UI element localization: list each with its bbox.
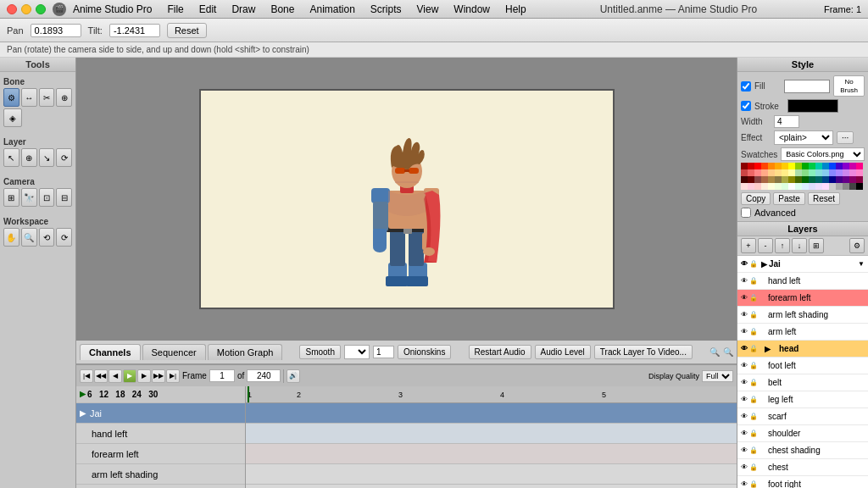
- color-cell[interactable]: [822, 163, 829, 169]
- smooth-select[interactable]: ▼: [344, 345, 370, 359]
- color-cell[interactable]: [849, 183, 856, 190]
- color-cell[interactable]: [748, 183, 754, 190]
- color-cell[interactable]: [788, 176, 795, 183]
- color-cell[interactable]: [782, 163, 788, 169]
- track-hand-left[interactable]: hand left: [76, 424, 245, 444]
- color-cell[interactable]: [741, 169, 748, 176]
- fill-checkbox[interactable]: [741, 81, 751, 92]
- stroke-color-swatch[interactable]: [787, 99, 838, 113]
- smooth-button[interactable]: Smooth: [299, 345, 340, 359]
- color-cell[interactable]: [795, 163, 802, 169]
- color-cell[interactable]: [788, 163, 795, 169]
- menu-view[interactable]: View: [410, 2, 446, 17]
- no-brush-button[interactable]: No Brush: [833, 75, 865, 97]
- fill-color-swatch[interactable]: [784, 80, 830, 93]
- menu-help[interactable]: Help: [498, 2, 533, 17]
- color-cell[interactable]: [843, 163, 849, 169]
- nav-play[interactable]: ▶: [123, 369, 136, 383]
- workspace-tool-1[interactable]: ✋: [3, 228, 19, 247]
- paste-button[interactable]: Paste: [773, 192, 805, 205]
- color-cell[interactable]: [741, 163, 748, 169]
- audio-level-button[interactable]: Audio Level: [535, 345, 591, 359]
- color-cell[interactable]: [815, 183, 822, 190]
- current-frame-input[interactable]: [209, 369, 235, 382]
- track-layer-button[interactable]: Track Layer To Video...: [594, 345, 693, 359]
- color-cell[interactable]: [809, 163, 815, 169]
- track-jai[interactable]: ▶ Jai: [76, 403, 245, 424]
- color-cell[interactable]: [836, 176, 843, 183]
- color-cell[interactable]: [809, 169, 815, 176]
- onionskins-button[interactable]: Onionskins: [398, 345, 451, 359]
- color-cell[interactable]: [829, 183, 836, 190]
- maximize-button[interactable]: [36, 4, 46, 14]
- tab-sequencer[interactable]: Sequencer: [142, 344, 206, 360]
- color-cell[interactable]: [802, 176, 809, 183]
- color-cell[interactable]: [795, 169, 802, 176]
- color-cell[interactable]: [775, 176, 782, 183]
- nav-to-end[interactable]: ▶|: [166, 369, 180, 383]
- layer-settings-button[interactable]: ⚙: [849, 238, 865, 253]
- color-cell[interactable]: [782, 169, 788, 176]
- frame-step-input[interactable]: [373, 346, 394, 358]
- layer-tool-4[interactable]: ⟳: [56, 148, 72, 167]
- layer-head-expand[interactable]: ▶: [765, 345, 771, 353]
- canvas-container[interactable]: [76, 58, 737, 341]
- color-cell[interactable]: [829, 176, 836, 183]
- menu-scripts[interactable]: Scripts: [364, 2, 409, 17]
- effect-select[interactable]: <plain>: [774, 130, 833, 145]
- swatches-select[interactable]: Basic Colors.png: [781, 147, 865, 161]
- camera-tool-1[interactable]: ⊞: [3, 188, 19, 207]
- color-cell[interactable]: [849, 176, 856, 183]
- layer-arm-left[interactable]: 👁 🔒 arm left: [737, 324, 868, 341]
- tab-motion-graph[interactable]: Motion Graph: [208, 344, 283, 360]
- tab-channels[interactable]: Channels: [80, 344, 141, 360]
- color-cell[interactable]: [829, 169, 836, 176]
- color-cell[interactable]: [775, 183, 782, 190]
- color-cell[interactable]: [856, 169, 863, 176]
- camera-tool-2[interactable]: 🔭: [21, 188, 37, 207]
- color-cell[interactable]: [822, 176, 829, 183]
- layer-chest[interactable]: 👁 🔒 chest: [737, 459, 868, 476]
- color-cell[interactable]: [856, 183, 863, 190]
- color-cell[interactable]: [849, 163, 856, 169]
- reset-button[interactable]: Reset: [808, 192, 840, 205]
- color-cell[interactable]: [809, 176, 815, 183]
- stroke-checkbox[interactable]: [741, 101, 751, 111]
- color-cell[interactable]: [768, 169, 775, 176]
- menu-file[interactable]: File: [160, 2, 190, 17]
- color-cell[interactable]: [754, 183, 761, 190]
- menu-bone[interactable]: Bone: [264, 2, 301, 17]
- color-cell[interactable]: [761, 163, 768, 169]
- layer-group-button[interactable]: ⊞: [809, 238, 824, 253]
- color-cell[interactable]: [856, 163, 863, 169]
- color-cell[interactable]: [768, 176, 775, 183]
- layer-tool-2[interactable]: ⊕: [21, 148, 37, 167]
- color-cell[interactable]: [836, 169, 843, 176]
- effect-settings-button[interactable]: ···: [837, 131, 854, 144]
- nav-next-frame[interactable]: ▶: [137, 369, 151, 383]
- close-button[interactable]: [7, 4, 17, 14]
- color-cell[interactable]: [782, 183, 788, 190]
- bone-tool-5[interactable]: ◈: [3, 108, 22, 127]
- color-cell[interactable]: [761, 169, 768, 176]
- color-cell[interactable]: [856, 176, 863, 183]
- color-cell[interactable]: [788, 183, 795, 190]
- color-cell[interactable]: [754, 163, 761, 169]
- color-cell[interactable]: [822, 183, 829, 190]
- bone-tool-3[interactable]: ✂: [39, 88, 55, 107]
- color-cell[interactable]: [788, 169, 795, 176]
- color-cell[interactable]: [754, 169, 761, 176]
- layer-down-button[interactable]: ↓: [792, 238, 807, 253]
- layer-foot-left[interactable]: 👁 🔒 foot left: [737, 358, 868, 374]
- color-cell[interactable]: [775, 169, 782, 176]
- advanced-checkbox[interactable]: [741, 208, 751, 218]
- bone-tool-2[interactable]: ↔: [21, 88, 37, 107]
- copy-button[interactable]: Copy: [741, 192, 771, 205]
- track-arm-shading[interactable]: arm left shading: [76, 464, 245, 485]
- color-cell[interactable]: [748, 176, 754, 183]
- display-quality-select[interactable]: Full: [702, 370, 733, 382]
- layer-up-button[interactable]: ↑: [775, 238, 790, 253]
- nav-prev-key[interactable]: ◀◀: [94, 369, 108, 383]
- color-cell[interactable]: [761, 183, 768, 190]
- layer-shoulder[interactable]: 👁 🔒 shoulder: [737, 425, 868, 442]
